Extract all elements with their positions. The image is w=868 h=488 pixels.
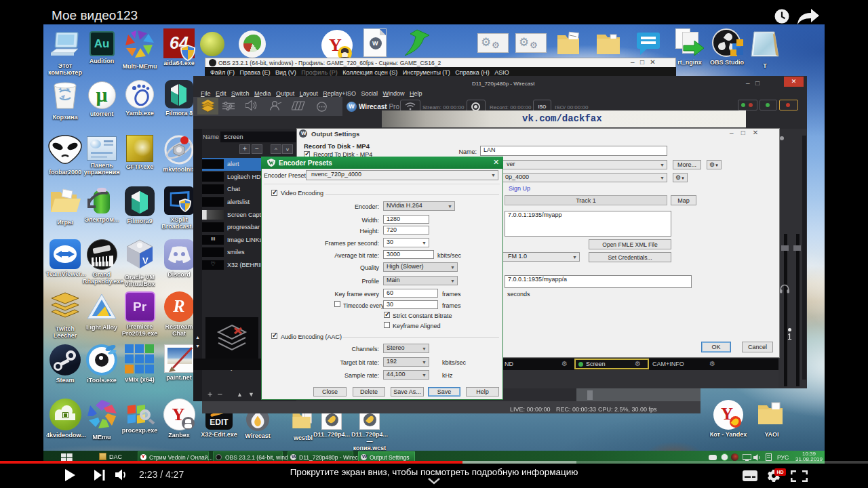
svg-text:V: V bbox=[142, 256, 149, 266]
